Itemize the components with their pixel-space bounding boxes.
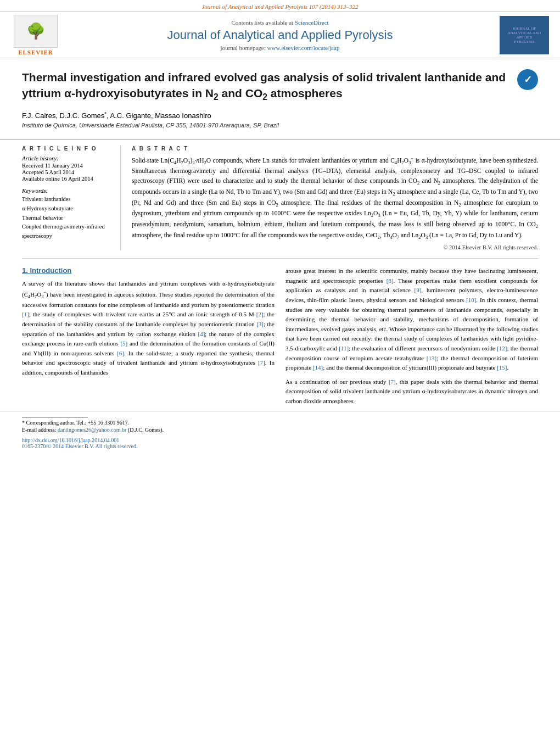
ref-9[interactable]: [9]: [415, 287, 422, 293]
section-1-heading: 1. Introduction: [22, 266, 275, 275]
available-date: Available online 16 April 2014: [22, 176, 112, 182]
body-col-right: arouse great interest in the scientific …: [285, 266, 538, 410]
history-label: Article history:: [22, 155, 112, 161]
accepted-date: Accepted 5 April 2014: [22, 169, 112, 175]
ref-15[interactable]: [15]: [497, 364, 507, 371]
article-info-panel: A R T I C L E I N F O Article history: R…: [22, 146, 121, 250]
keyword-3: Thermal behavior: [22, 214, 112, 223]
abstract-text: Solid-state Ln(C4H7O3)3·nH2O compounds, …: [132, 155, 538, 241]
homepage-link[interactable]: www.elsevier.com/locate/jaap: [267, 44, 340, 51]
email-note: E-mail address: danilngomes26@yahoo.com.…: [22, 427, 538, 433]
keyword-2: α-Hydroxyisobutyrate: [22, 204, 112, 214]
article-info-title: A R T I C L E I N F O: [22, 146, 112, 152]
body-content: 1. Introduction A survey of the literatu…: [0, 266, 560, 410]
article-history: Article history: Received 11 January 201…: [22, 155, 112, 182]
keywords-block: Keywords: Trivalent lanthanides α-Hydrox…: [22, 187, 112, 241]
elsevier-tree-image: 🌳: [14, 15, 58, 48]
keyword-1: Trivalent lanthanides: [22, 195, 112, 204]
article-footer: http://dx.doi.org/10.1016/j.jaap.2014.04…: [0, 434, 560, 453]
keywords-list: Trivalent lanthanides α-Hydroxyisobutyra…: [22, 195, 112, 241]
ref-11[interactable]: [11]: [339, 345, 349, 352]
body-col-left: 1. Introduction A survey of the literatu…: [22, 266, 275, 410]
corresponding-author-note: * Corresponding author. Tel.: +55 16 330…: [22, 420, 538, 426]
footnotes: * Corresponding author. Tel.: +55 16 330…: [0, 411, 560, 433]
ref-6[interactable]: [6]: [117, 350, 124, 356]
ref-3[interactable]: [3]: [256, 321, 264, 327]
ref-12[interactable]: [12]: [497, 345, 507, 352]
doi-link[interactable]: http://dx.doi.org/10.1016/j.jaap.2014.04…: [22, 437, 119, 443]
authors-line: F.J. Caires, D.J.C. Gomes*, A.C. Gigante…: [22, 110, 538, 120]
article-header: ✓ Thermal investigation and infrared evo…: [0, 58, 560, 140]
issn-line: 0165-2370/© 2014 Elsevier B.V. All right…: [22, 443, 137, 449]
journal-ref-text: Journal of Analytical and Applied Pyroly…: [201, 3, 358, 10]
journal-homepage: journal homepage: www.elsevier.com/locat…: [71, 44, 489, 51]
article-info-abstract: A R T I C L E I N F O Article history: R…: [0, 140, 560, 250]
ref-4[interactable]: [4]: [198, 331, 205, 337]
contents-available: Contents lists available at ScienceDirec…: [71, 19, 489, 26]
ref-2[interactable]: [2]: [256, 311, 264, 317]
copyright-line: © 2014 Elsevier B.V. All rights reserved…: [132, 244, 538, 250]
ref-5[interactable]: [5]: [120, 340, 127, 347]
ref-10[interactable]: [10]: [466, 297, 476, 303]
abstract-panel: A B S T R A C T Solid-state Ln(C4H7O3)3·…: [132, 146, 538, 250]
crossmark-badge: ✓: [517, 69, 538, 90]
section-divider: [22, 258, 538, 259]
received-date: Received 11 January 2014: [22, 163, 112, 169]
ref-14[interactable]: [14]: [313, 364, 323, 371]
keyword-4: Coupled thermogravimetry-infrared spectr…: [22, 222, 112, 241]
ref-7[interactable]: [7]: [258, 359, 265, 366]
ref-8[interactable]: [8]: [387, 277, 394, 284]
footnote-hr: [22, 417, 538, 417]
article-title-block: ✓ Thermal investigation and infrared evo…: [22, 69, 538, 104]
journal-center-header: Contents lists available at ScienceDirec…: [60, 19, 500, 51]
ref-13[interactable]: [13]: [427, 355, 436, 361]
ref-1[interactable]: [1]: [22, 311, 29, 317]
elsevier-brand: ELSEVIER: [18, 49, 53, 55]
intro-paragraph-1: A survey of the literature shows that la…: [22, 279, 275, 377]
sciencedirect-link[interactable]: ScienceDirect: [295, 19, 329, 26]
keywords-label: Keywords:: [22, 187, 112, 194]
elsevier-logo: 🌳 ELSEVIER: [11, 15, 60, 55]
author-email[interactable]: danilngomes26@yahoo.com.br: [58, 427, 126, 433]
abstract-title: A B S T R A C T: [132, 146, 538, 152]
article-title: Thermal investigation and infrared evolv…: [22, 69, 538, 104]
ref-7b[interactable]: [7]: [389, 378, 396, 385]
journal-header: 🌳 ELSEVIER Contents lists available at S…: [0, 11, 560, 58]
journal-reference: Journal of Analytical and Applied Pyroly…: [0, 0, 560, 11]
journal-logo-image: JOURNAL OFANALYTICAL ANDAPPLIEDPYROLYSIS: [500, 16, 549, 54]
intro-paragraph-2: arouse great interest in the scientific …: [285, 266, 538, 373]
affiliation-line: Instituto de Química, Universidade Estad…: [22, 122, 538, 129]
journal-title: Journal of Analytical and Applied Pyroly…: [71, 28, 489, 42]
tree-icon: 🌳: [26, 24, 46, 39]
intro-paragraph-3: As a continuation of our previous study …: [285, 377, 538, 406]
